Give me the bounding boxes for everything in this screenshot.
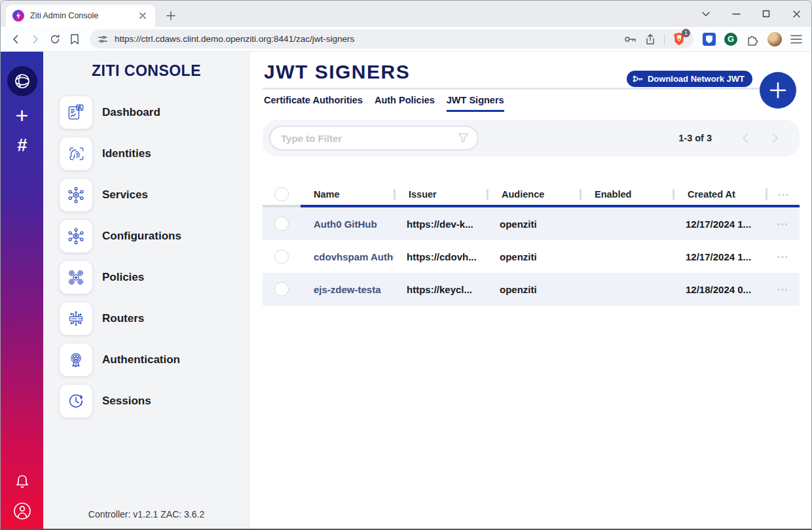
add-jwt-signer-button[interactable]: [760, 72, 796, 109]
column-options-button[interactable]: [778, 188, 790, 202]
profile-person-icon[interactable]: [11, 500, 33, 522]
download-network-jwt-button[interactable]: Download Network JWT: [627, 71, 752, 87]
menu-hamburger-icon[interactable]: [790, 35, 802, 44]
back-icon[interactable]: [6, 29, 26, 49]
services-network-icon: [60, 179, 92, 211]
sidebar-item-label: Dashboard: [102, 106, 160, 119]
sidebar-item-sessions[interactable]: Sessions: [43, 380, 249, 421]
dashboard-icon: [60, 96, 92, 129]
sidebar-item-identities[interactable]: Identities: [43, 133, 249, 174]
tab-search-icon[interactable]: [697, 6, 714, 22]
grammarly-extension-icon[interactable]: G: [724, 33, 737, 46]
extensions-puzzle-icon[interactable]: [746, 33, 759, 46]
sidebar-item-routers[interactable]: Routers: [43, 298, 249, 339]
bitwarden-extension-icon[interactable]: [703, 33, 716, 46]
sidebar-item-dashboard[interactable]: Dashboard: [43, 92, 249, 133]
authentication-badge-icon: [60, 344, 92, 376]
configurations-network-icon: [60, 220, 92, 253]
tab-jwt-signers[interactable]: JWT Signers: [447, 95, 504, 112]
filter-input[interactable]: [269, 126, 479, 150]
cell-name: ejs-zdew-testa: [301, 284, 394, 295]
filter-funnel-icon: [456, 131, 470, 147]
column-header-name[interactable]: Name: [301, 189, 394, 200]
download-button-label: Download Network JWT: [648, 74, 745, 84]
bookmark-icon[interactable]: [65, 29, 84, 49]
cell-audience: openziti: [487, 284, 580, 295]
browser-tab[interactable]: Ziti Admin Console: [6, 5, 155, 27]
tab-certificate-authorities[interactable]: Certificate Authorities: [264, 95, 363, 112]
password-key-icon[interactable]: [623, 34, 637, 44]
share-icon[interactable]: [644, 33, 656, 45]
app-sidebar: ZITI CONSOLE Dashboard Identities Servic…: [43, 52, 249, 529]
tab-close-icon[interactable]: [137, 10, 149, 22]
sidebar-item-label: Configurations: [102, 230, 181, 243]
ziti-favicon-icon: [12, 10, 24, 22]
header-divider: [263, 88, 762, 90]
cell-created-at: 12/17/2024 1...: [673, 251, 766, 262]
row-actions-button[interactable]: [777, 217, 788, 231]
sessions-clock-icon: [60, 385, 92, 417]
sidebar-item-services[interactable]: Services: [43, 174, 249, 215]
rail-add-icon[interactable]: +: [11, 104, 33, 126]
column-header-created-at[interactable]: Created At: [673, 189, 766, 200]
site-settings-icon[interactable]: [98, 34, 108, 44]
routers-icon: [60, 302, 92, 335]
table-row[interactable]: cdovhspam Auth0 https://cdovh... openzit…: [263, 240, 800, 273]
browser-window: Ziti Admin Console: [0, 0, 812, 530]
sidebar-item-policies[interactable]: Policies: [43, 256, 249, 298]
filter-bar: 1-3 of 3: [263, 120, 800, 156]
next-page-icon[interactable]: [768, 131, 783, 145]
sidebar-item-label: Policies: [102, 271, 144, 284]
cell-name: Auth0 GitHub: [301, 219, 394, 230]
minimize-button[interactable]: [728, 6, 745, 22]
app-rail: + #: [1, 52, 43, 529]
sidebar-item-configurations[interactable]: Configurations: [43, 215, 249, 256]
cell-issuer: https://keycl...: [394, 284, 487, 295]
rail-hash-icon[interactable]: #: [11, 134, 33, 156]
tab-auth-policies[interactable]: Auth Policies: [375, 95, 435, 112]
close-window-button[interactable]: [788, 6, 805, 22]
new-tab-button[interactable]: [163, 8, 179, 24]
omnibox-divider: [664, 34, 665, 44]
ziti-globe-icon[interactable]: [7, 66, 37, 96]
tab-title: Ziti Admin Console: [30, 11, 137, 20]
row-select-radio[interactable]: [274, 282, 289, 296]
profile-avatar[interactable]: [767, 32, 782, 46]
row-select-radio[interactable]: [274, 217, 289, 231]
table-row[interactable]: ejs-zdew-testa https://keycl... openziti…: [263, 273, 800, 306]
cell-issuer: https://cdovh...: [394, 251, 487, 262]
url-bar[interactable]: https://ctrl.cdaws.clint.demo.openziti.o…: [90, 29, 693, 48]
cell-name: cdovhspam Auth0: [301, 251, 394, 262]
row-actions-button[interactable]: [777, 283, 788, 296]
cell-audience: openziti: [487, 251, 580, 262]
sidebar-item-label: Authentication: [102, 353, 180, 366]
select-all-radio[interactable]: [274, 187, 289, 202]
app-title: ZITI CONSOLE: [43, 62, 249, 80]
tab-strip: Ziti Admin Console: [1, 1, 811, 27]
jwt-key-icon: [633, 74, 644, 84]
prev-page-icon[interactable]: [738, 131, 752, 145]
policies-gears-icon: [60, 261, 92, 294]
table-row[interactable]: Auth0 GitHub https://dev-k... openziti 1…: [263, 207, 800, 240]
forward-icon[interactable]: [26, 29, 45, 49]
notifications-bell-icon[interactable]: [11, 471, 33, 493]
page-title: JWT SIGNERS: [264, 61, 410, 83]
sidebar-item-label: Identities: [102, 147, 151, 160]
sidebar-item-authentication[interactable]: Authentication: [43, 339, 249, 380]
column-header-audience[interactable]: Audience: [487, 189, 580, 200]
brave-shield-icon[interactable]: 1: [673, 32, 687, 46]
sidebar-item-label: Sessions: [102, 395, 151, 408]
column-header-enabled[interactable]: Enabled: [580, 189, 673, 200]
column-header-issuer[interactable]: Issuer: [394, 189, 487, 200]
row-actions-button[interactable]: [777, 250, 788, 264]
cell-created-at: 12/17/2024 1...: [673, 219, 766, 230]
url-text[interactable]: https://ctrl.cdaws.clint.demo.openziti.o…: [115, 34, 623, 44]
table-header-underline: [263, 205, 800, 207]
refresh-icon[interactable]: [45, 29, 65, 49]
shield-badge: 1: [682, 29, 690, 37]
maximize-button[interactable]: [758, 6, 775, 22]
row-select-radio[interactable]: [274, 249, 289, 264]
main-content: JWT SIGNERS Download Network JWT Certifi…: [249, 52, 811, 529]
browser-toolbar: https://ctrl.cdaws.clint.demo.openziti.o…: [1, 27, 811, 52]
pagination-range: 1-3 of 3: [678, 133, 712, 143]
